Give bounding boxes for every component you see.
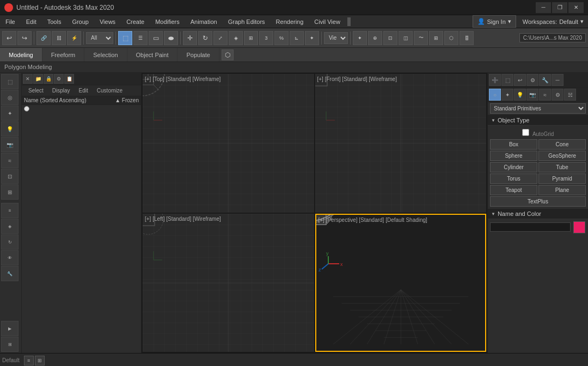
rp-name-input[interactable] [490, 222, 571, 232]
viewport-front-label[interactable]: [+] [Front] [Standard] [Wireframe] [317, 76, 397, 82]
menu-animation[interactable]: Animation [185, 15, 223, 28]
left-grid-btn[interactable]: ⊞ [1, 337, 19, 352]
scene-tab-customize[interactable]: Customize [93, 86, 127, 95]
move-button[interactable]: ✛ [183, 31, 197, 45]
scene-tab-edit[interactable]: Edit [75, 86, 93, 95]
left-utility-btn[interactable]: 🔧 [1, 266, 19, 281]
rp-textplus-btn[interactable]: TextPlus [490, 196, 586, 207]
curve-editor-button[interactable]: 〜 [414, 31, 428, 45]
snap-angle-button[interactable]: ⊾ [290, 31, 304, 45]
left-play-btn[interactable]: ▶ [1, 321, 19, 336]
scene-folder-btn[interactable]: 📁 [33, 74, 43, 84]
viewport-top[interactable]: [+] [Top] [Standard] [Wireframe] [143, 74, 314, 213]
rp-display-icon[interactable]: 🔧 [539, 74, 551, 86]
scene-copy-btn[interactable]: 📋 [64, 74, 74, 84]
rp-hierarchy-icon[interactable]: ↩ [514, 74, 526, 86]
named-sel-button[interactable]: ✦ [353, 31, 367, 45]
schematic-button[interactable]: ⊞ [429, 31, 443, 45]
rp-geometry-icon[interactable]: ○ [489, 89, 501, 101]
rp-plane-btn[interactable]: Plane [538, 185, 586, 195]
scene-close-btn[interactable]: ✕ [23, 74, 33, 84]
menu-create[interactable]: Create [121, 15, 150, 28]
snap3d-button[interactable]: 3 [259, 31, 273, 45]
snap-spinner-button[interactable]: ✦ [305, 31, 319, 45]
left-geometry-btn[interactable]: ◎ [1, 90, 19, 105]
scene-tab-display[interactable]: Display [48, 86, 75, 95]
menu-edit[interactable]: Edit [21, 15, 42, 28]
rp-pyramid-btn[interactable]: Pyramid [538, 173, 586, 184]
rp-name-color-header[interactable]: ▼ Name and Color [488, 209, 588, 219]
rp-create-icon[interactable]: ➕ [489, 74, 501, 86]
viewport-top-label[interactable]: [+] [Top] [Standard] [Wireframe] [145, 76, 220, 82]
select-button[interactable]: ⬚ [118, 31, 132, 45]
tab-populate[interactable]: Populate [177, 48, 219, 61]
left-system-btn[interactable]: ⊞ [1, 184, 19, 200]
unlink-button[interactable]: ⛓ [52, 31, 66, 45]
rp-utilities-icon[interactable]: ─ [552, 74, 564, 86]
left-select-btn[interactable]: ⬚ [1, 74, 19, 89]
left-display-btn[interactable]: 👁 [1, 250, 19, 265]
filter-dropdown[interactable]: All [86, 32, 113, 44]
tab-selection[interactable]: Selection [84, 48, 127, 61]
scale-button[interactable]: ⤢ [213, 31, 228, 45]
undo-button[interactable]: ↩ [2, 31, 16, 45]
menu-civil-view[interactable]: Civil View [309, 15, 345, 28]
left-motion-btn[interactable]: ↻ [1, 234, 19, 250]
bind-button[interactable]: ⚡ [67, 31, 81, 45]
scene-lock-btn[interactable]: 🔒 [44, 74, 53, 84]
viewport-left-label[interactable]: [+] [Left] [Standard] [Wireframe] [145, 216, 221, 222]
menu-tools[interactable]: Tools [42, 15, 67, 28]
rp-autogrid-check[interactable] [522, 129, 529, 136]
viewport-front[interactable]: [+] [Front] [Standard] [Wireframe] [315, 74, 487, 213]
lasso-select-button[interactable]: ⬬ [164, 31, 178, 45]
menu-modifiers[interactable]: Modifiers [150, 15, 185, 28]
layer-icon1-btn[interactable]: ≡ [24, 356, 34, 365]
minimize-button[interactable]: ─ [536, 2, 551, 13]
layer-button[interactable]: ◫ [399, 31, 413, 45]
menu-rendering[interactable]: Rendering [271, 15, 309, 28]
close-button[interactable]: ✕ [568, 2, 584, 13]
rotate-button[interactable]: ↻ [198, 31, 212, 45]
left-modify-btn[interactable]: ≡ [1, 203, 19, 218]
tab-freeform[interactable]: Freeform [42, 48, 85, 61]
rp-sphere-btn[interactable]: Sphere [490, 151, 537, 161]
rp-spacewarps-icon[interactable]: ⚙ [552, 89, 564, 101]
left-space-btn[interactable]: ⊡ [1, 169, 19, 184]
rp-geosphere-btn[interactable]: GeoSphere [538, 151, 586, 161]
rp-color-swatch[interactable] [573, 221, 585, 233]
rp-helpers-icon[interactable]: ≈ [539, 89, 551, 101]
material-editor-button[interactable]: ⬡ [444, 31, 458, 45]
rp-motion-icon[interactable]: ⚙ [526, 74, 538, 86]
rp-systems-icon[interactable]: ☵ [564, 89, 576, 101]
left-camera-btn[interactable]: 📷 [1, 137, 19, 152]
tab-modeling[interactable]: Modeling [0, 48, 42, 61]
rp-cone-btn[interactable]: Cone [538, 139, 586, 150]
mirror-button[interactable]: ⊕ [368, 31, 382, 45]
viewport-perspective[interactable]: x y z [+] [Perspective] [Standard] [Defa… [315, 214, 487, 352]
rect-select-button[interactable]: ▭ [149, 31, 163, 45]
viewport-left[interactable]: [+] [Left] [Standard] [Wireframe] [143, 214, 314, 352]
viewport-perspective-label[interactable]: [+] [Perspective] [Standard] [Default Sh… [318, 217, 427, 223]
menu-group[interactable]: Group [66, 15, 94, 28]
left-helper-btn[interactable]: ≈ [1, 153, 19, 168]
rp-tube-btn[interactable]: Tube [538, 162, 586, 172]
rp-category-select[interactable]: Standard PrimitivesExtended PrimitivesCo… [490, 103, 586, 114]
redo-button[interactable]: ↪ [17, 31, 32, 45]
rp-lights-icon[interactable]: 💡 [514, 89, 526, 101]
scene-settings-btn[interactable]: ⚙ [54, 74, 64, 84]
link-button[interactable]: 🔗 [36, 31, 51, 45]
render-setup-button[interactable]: 🎛 [460, 31, 474, 45]
select-by-name-button[interactable]: ☰ [133, 31, 148, 45]
sign-in-button[interactable]: 👤 Sign In ▾ [473, 15, 516, 28]
snap-toggle-button[interactable]: % [274, 31, 289, 45]
left-hier-btn[interactable]: ◈ [1, 219, 19, 234]
rp-box-btn[interactable]: Box [490, 139, 537, 150]
menu-file[interactable]: File [0, 15, 21, 28]
align-button[interactable]: ⊡ [383, 31, 397, 45]
left-shape-btn[interactable]: ✦ [1, 106, 19, 121]
layer-icon2-btn[interactable]: ⊞ [35, 356, 45, 365]
menu-graph-editors[interactable]: Graph Editors [223, 15, 271, 28]
rp-cylinder-btn[interactable]: Cylinder [490, 162, 537, 172]
rp-shapes-icon[interactable]: ✦ [501, 89, 513, 101]
scene-object-item[interactable] [22, 105, 141, 113]
